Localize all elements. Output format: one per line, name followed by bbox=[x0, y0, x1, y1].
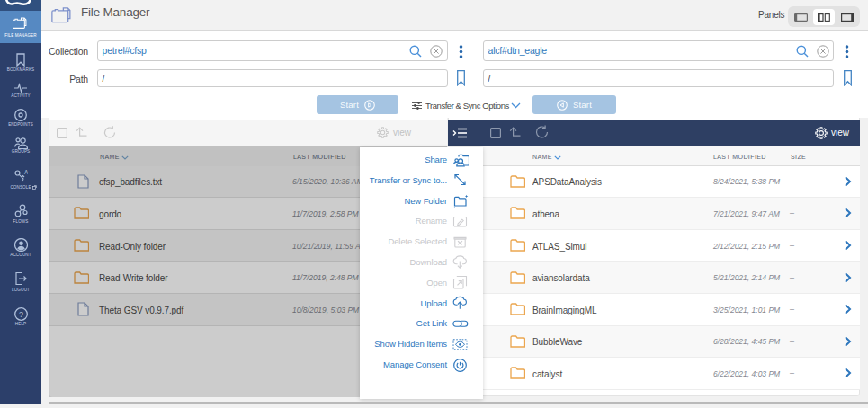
svg-text:?: ? bbox=[18, 309, 22, 318]
svg-text:A: A bbox=[24, 170, 28, 175]
